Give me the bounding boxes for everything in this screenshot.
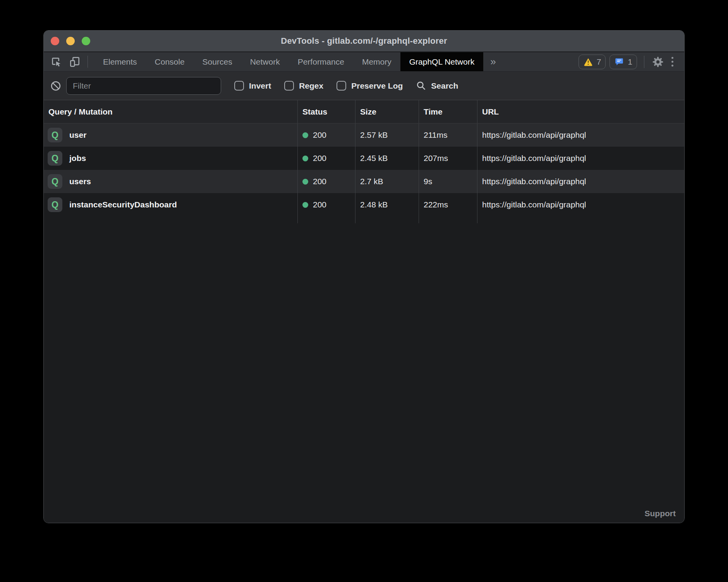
column-header-time[interactable]: Time — [419, 100, 477, 123]
response-time: 222ms — [424, 200, 448, 209]
query-type-badge: Q — [48, 128, 62, 142]
status-ok-dot — [302, 179, 308, 185]
preserve-log-checkbox-group[interactable]: Preserve Log — [337, 81, 403, 91]
window-title: DevTools - gitlab.com/-/graphql-explorer — [281, 36, 447, 46]
invert-checkbox-group[interactable]: Invert — [234, 81, 271, 91]
regex-label: Regex — [299, 81, 323, 91]
panel-empty-area: Support — [44, 223, 684, 523]
query-type-badge: Q — [48, 197, 62, 212]
settings-gear-icon[interactable] — [651, 55, 664, 69]
tab-performance[interactable]: Performance — [289, 52, 353, 71]
regex-checkbox[interactable] — [284, 81, 294, 91]
status-ok-dot — [302, 132, 308, 138]
request-url: https://gitlab.com/api/graphql — [482, 130, 586, 140]
tabbar-right-controls: 7 1 — [579, 52, 676, 71]
tab-graphql-network[interactable]: GraphQL Network — [400, 52, 483, 71]
tab-network[interactable]: Network — [241, 52, 289, 71]
response-time: 207ms — [424, 154, 448, 163]
search-control[interactable]: Search — [416, 80, 458, 91]
preserve-log-label: Preserve Log — [351, 81, 403, 91]
table-header: Query / Mutation Status Size Time URL — [44, 100, 684, 123]
column-header-size[interactable]: Size — [355, 100, 419, 123]
warning-count: 7 — [597, 57, 601, 67]
table-row[interactable]: Q users 200 2.7 kB 9s https://gitlab.com… — [44, 170, 684, 193]
devtools-window: DevTools - gitlab.com/-/graphql-explorer… — [43, 30, 685, 523]
status-ok-dot — [302, 202, 308, 208]
more-tabs-chevron-icon[interactable]: » — [483, 52, 503, 71]
column-header-url[interactable]: URL — [477, 100, 684, 123]
minimize-window-button[interactable] — [66, 37, 75, 45]
request-url: https://gitlab.com/api/graphql — [482, 177, 586, 186]
column-header-query-mutation[interactable]: Query / Mutation — [44, 100, 298, 123]
preserve-log-checkbox[interactable] — [337, 81, 346, 91]
support-link[interactable]: Support — [645, 509, 676, 518]
search-icon — [416, 80, 426, 91]
issues-badge[interactable]: 1 — [610, 55, 637, 69]
request-url: https://gitlab.com/api/graphql — [482, 200, 586, 209]
response-time: 9s — [424, 177, 432, 186]
table-row[interactable]: Q user 200 2.57 kB 211ms https://gitlab.… — [44, 123, 684, 147]
table-row[interactable]: Q instanceSecurityDashboard 200 2.48 kB … — [44, 193, 684, 216]
invert-checkbox[interactable] — [234, 81, 244, 91]
warning-triangle-icon — [583, 57, 593, 67]
tab-sources[interactable]: Sources — [194, 52, 241, 71]
traffic-lights — [51, 31, 90, 51]
column-header-status[interactable]: Status — [298, 100, 355, 123]
message-bubble-icon — [614, 57, 624, 67]
tab-console[interactable]: Console — [146, 52, 194, 71]
query-name: user — [69, 130, 86, 140]
status-code: 200 — [313, 177, 326, 186]
response-size: 2.57 kB — [360, 130, 388, 140]
title-bar: DevTools - gitlab.com/-/graphql-explorer — [44, 31, 684, 52]
devtools-tab-bar: Elements Console Sources Network Perform… — [44, 52, 684, 72]
status-ok-dot — [302, 156, 308, 161]
zoom-window-button[interactable] — [82, 37, 90, 45]
tab-memory[interactable]: Memory — [353, 52, 400, 71]
more-options-kebab-icon[interactable] — [668, 57, 676, 67]
regex-checkbox-group[interactable]: Regex — [284, 81, 323, 91]
inspect-element-icon[interactable] — [50, 55, 63, 69]
search-label: Search — [431, 81, 458, 91]
toolbar-divider — [644, 56, 644, 68]
response-size: 2.48 kB — [360, 200, 388, 209]
response-time: 211ms — [424, 130, 447, 140]
status-code: 200 — [313, 154, 326, 163]
status-code: 200 — [313, 200, 326, 209]
clear-block-icon[interactable] — [50, 80, 62, 92]
filter-input[interactable] — [66, 77, 221, 95]
table-row[interactable]: Q jobs 200 2.45 kB 207ms https://gitlab.… — [44, 147, 684, 170]
invert-label: Invert — [249, 81, 271, 91]
response-size: 2.7 kB — [360, 177, 383, 186]
toolbar-divider — [88, 56, 88, 68]
request-url: https://gitlab.com/api/graphql — [482, 154, 586, 163]
device-toolbar-icon[interactable] — [68, 55, 81, 69]
query-type-badge: Q — [48, 174, 62, 189]
warnings-badge[interactable]: 7 — [579, 55, 606, 69]
query-name: jobs — [69, 154, 86, 163]
query-name: instanceSecurityDashboard — [69, 200, 177, 209]
close-window-button[interactable] — [51, 37, 59, 45]
query-type-badge: Q — [48, 151, 62, 166]
status-code: 200 — [313, 130, 326, 140]
tab-elements[interactable]: Elements — [94, 52, 146, 71]
query-name: users — [69, 177, 91, 186]
issues-count: 1 — [628, 57, 632, 67]
column-divider-extension — [44, 216, 684, 223]
filter-toolbar: Invert Regex Preserve Log Search — [44, 72, 684, 100]
response-size: 2.45 kB — [360, 154, 388, 163]
